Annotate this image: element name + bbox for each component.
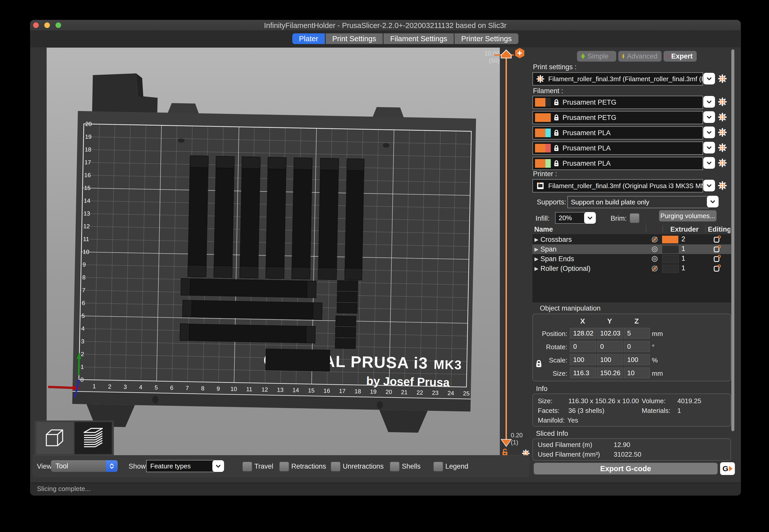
edit-object-icon[interactable] xyxy=(713,235,721,243)
expander-icon[interactable]: ▶ xyxy=(535,265,538,272)
show-select[interactable]: Feature types xyxy=(146,460,215,472)
extruder-color-swatch[interactable] xyxy=(662,245,679,254)
filament-dropdown-button-2[interactable] xyxy=(703,111,715,123)
filament-gear-button-3[interactable] xyxy=(718,128,727,137)
rotate-z-field[interactable]: 0 xyxy=(624,341,650,352)
filament-gear-button-5[interactable] xyxy=(718,158,727,168)
eye-icon[interactable] xyxy=(651,245,659,253)
infill-dropdown-button[interactable] xyxy=(584,212,596,224)
extruder-color-swatch[interactable] xyxy=(662,255,679,263)
filament-name: Prusament PETG xyxy=(563,114,617,122)
size-z-field[interactable]: 10 xyxy=(624,368,650,378)
printer-dropdown-button[interactable] xyxy=(703,180,715,191)
eye-off-icon[interactable] xyxy=(651,265,659,272)
extruder-color-swatch[interactable] xyxy=(662,265,679,273)
brim-checkbox[interactable] xyxy=(630,213,640,223)
unretractions-checkbox[interactable] xyxy=(330,461,341,472)
expander-icon[interactable]: ▶ xyxy=(535,256,538,262)
view-preview-button[interactable] xyxy=(75,422,112,454)
object-row-roller[interactable]: ▶ Roller (Optional) xyxy=(533,264,731,273)
edit-object-icon[interactable] xyxy=(713,264,721,272)
scale-y-field[interactable]: 100 xyxy=(597,354,623,365)
extruder-number: 2 xyxy=(681,235,685,243)
mode-advanced-button[interactable]: Advanced xyxy=(618,51,662,62)
tab-print-settings[interactable]: Print Settings xyxy=(326,33,383,44)
rotate-y-field[interactable]: 0 xyxy=(597,341,623,352)
filament-gear-button-4[interactable] xyxy=(718,143,727,152)
travel-label: Travel xyxy=(254,463,273,470)
layer-slider[interactable]: 10.00 (50) 0.20 (1) xyxy=(484,47,535,460)
filament-dropdown-button-1[interactable] xyxy=(703,96,715,108)
travel-checkbox[interactable] xyxy=(242,461,252,472)
mode-simple-button[interactable]: Simple xyxy=(577,51,616,62)
slider-top-handle[interactable] xyxy=(501,50,511,58)
purging-volumes-button[interactable]: Purging volumes... xyxy=(659,210,717,221)
eye-off-icon[interactable] xyxy=(651,236,659,243)
infill-field[interactable]: 20% xyxy=(555,212,586,224)
position-z-field[interactable]: 5 xyxy=(624,328,650,339)
eye-icon[interactable] xyxy=(651,255,659,263)
edit-object-icon[interactable] xyxy=(713,245,721,253)
view-select[interactable]: Tool xyxy=(51,460,118,472)
mode-expert-button[interactable]: Expert xyxy=(664,51,697,62)
tab-plater[interactable]: Plater xyxy=(292,33,325,44)
tab-printer-settings[interactable]: Printer Settings xyxy=(455,33,518,44)
sidebar-scrollbar[interactable] xyxy=(731,49,734,431)
slider-bottom-handle[interactable] xyxy=(501,439,511,446)
uniform-scale-lock-icon[interactable] xyxy=(535,359,542,368)
show-dropdown-button[interactable] xyxy=(212,460,224,472)
info-title: Info xyxy=(536,385,548,393)
position-x-field[interactable]: 128.02 xyxy=(570,328,596,339)
print-settings-dropdown-button[interactable] xyxy=(703,73,715,85)
filament-select-1[interactable]: Prusament PETG xyxy=(533,96,703,109)
filament-select-4[interactable]: Prusament PLA xyxy=(533,142,703,155)
object-spans[interactable] xyxy=(180,278,323,343)
printer-select[interactable]: Filament_roller_final.3mf (Original Prus… xyxy=(533,179,703,192)
extruder-color-swatch[interactable] xyxy=(662,236,678,243)
x-tick: 18 xyxy=(354,388,361,395)
print-settings-gear-button[interactable] xyxy=(718,74,727,83)
y-tick: 9 xyxy=(82,261,86,268)
slider-lock-icon[interactable] xyxy=(503,449,507,456)
filament-dropdown-button-3[interactable] xyxy=(703,127,715,138)
3d-viewport[interactable]: 20191817161514131211109876543210 1234567… xyxy=(46,47,500,456)
export-gcode-button[interactable]: Export G-code xyxy=(534,463,718,474)
gcode-icon-button[interactable]: G xyxy=(720,462,735,475)
mode-expert-label: Expert xyxy=(671,52,693,60)
used-filament-m-label: Used Filament (m) xyxy=(538,441,592,449)
tab-filament-settings[interactable]: Filament Settings xyxy=(383,33,454,44)
size-x-field[interactable]: 116.3 xyxy=(570,368,596,378)
object-row-span[interactable]: ▶ Span xyxy=(533,244,731,254)
retractions-checkbox[interactable] xyxy=(279,461,289,472)
object-row-crossbars[interactable]: ▶ Crossbars xyxy=(533,235,731,244)
print-settings-select[interactable]: Filament_roller_final.3mf (Filament_roll… xyxy=(533,72,703,86)
filament-dropdown-button-5[interactable] xyxy=(703,157,715,169)
supports-select[interactable]: Support on build plate only xyxy=(567,196,709,208)
x-tick: 14 xyxy=(292,387,299,393)
filament-select-5[interactable]: Prusament PLA xyxy=(533,157,703,170)
edit-object-icon[interactable] xyxy=(713,255,721,263)
x-tick: 5 xyxy=(154,384,158,391)
add-color-change-button[interactable] xyxy=(515,48,524,58)
scale-x-field[interactable]: 100 xyxy=(570,354,596,365)
object-row-span-ends[interactable]: ▶ Span Ends xyxy=(533,254,731,264)
printer-gear-button[interactable] xyxy=(718,181,727,190)
chevron-down-icon xyxy=(706,98,713,105)
x-tick: 4 xyxy=(139,384,142,390)
legend-checkbox[interactable] xyxy=(433,461,443,472)
lock-icon xyxy=(553,160,560,167)
filament-gear-button-1[interactable] xyxy=(718,97,727,107)
rotate-x-field[interactable]: 0 xyxy=(570,341,596,352)
filament-select-3[interactable]: Prusament PLA xyxy=(533,126,703,139)
view-3d-button[interactable] xyxy=(36,422,74,454)
filament-gear-button-2[interactable] xyxy=(718,112,727,122)
filament-select-2[interactable]: Prusament PETG xyxy=(533,111,703,124)
size-y-field[interactable]: 150.26 xyxy=(597,368,623,378)
filament-dropdown-button-4[interactable] xyxy=(703,142,715,153)
shells-checkbox[interactable] xyxy=(390,461,400,472)
expander-icon[interactable]: ▶ xyxy=(535,246,538,252)
supports-dropdown-button[interactable] xyxy=(707,196,719,207)
expander-icon[interactable]: ▶ xyxy=(535,236,538,243)
scale-z-field[interactable]: 100 xyxy=(624,354,650,365)
position-y-field[interactable]: 102.03 xyxy=(597,328,623,339)
